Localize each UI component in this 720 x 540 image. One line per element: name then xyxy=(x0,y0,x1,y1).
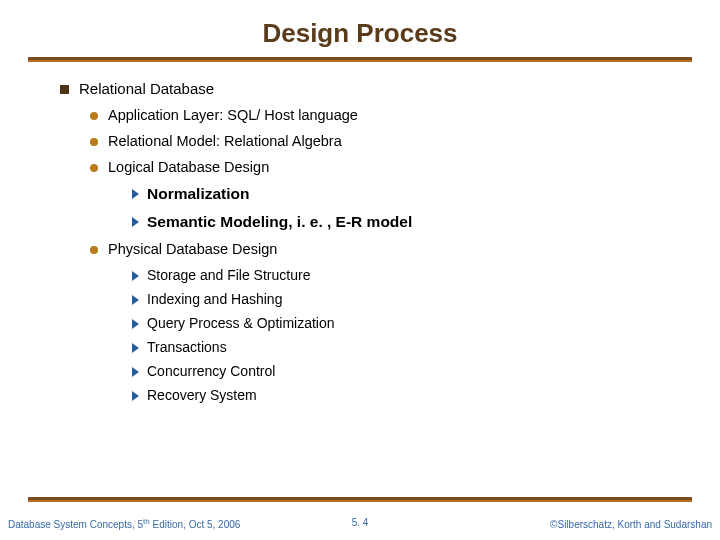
triangle-bullet-icon xyxy=(132,367,139,377)
lvl1-text: Relational Database xyxy=(79,80,214,97)
lvl2-text: Relational Model: Relational Algebra xyxy=(108,133,342,149)
footer-left-suffix: Edition, Oct 5, 2006 xyxy=(150,519,241,530)
bullet-lvl2: Physical Database Design xyxy=(90,241,708,257)
dot-bullet-icon xyxy=(90,112,98,120)
footer-left: Database System Concepts, 5th Edition, O… xyxy=(8,517,240,530)
dot-bullet-icon xyxy=(90,138,98,146)
dot-bullet-icon xyxy=(90,246,98,254)
lvl3-text: Storage and File Structure xyxy=(147,267,310,283)
dot-bullet-icon xyxy=(90,164,98,172)
bullet-lvl3: Concurrency Control xyxy=(132,363,708,379)
lvl3-text: Concurrency Control xyxy=(147,363,275,379)
bullet-lvl3: Storage and File Structure xyxy=(132,267,708,283)
content-area: Relational Database Application Layer: S… xyxy=(0,62,720,403)
lvl3-text: Transactions xyxy=(147,339,227,355)
footer-right: ©Silberschatz, Korth and Sudarshan xyxy=(550,519,712,530)
bullet-lvl2: Application Layer: SQL/ Host language xyxy=(90,107,708,123)
bullet-lvl3: Normalization xyxy=(132,185,708,203)
footer-center: 5. 4 xyxy=(352,517,369,528)
lvl3-text: Query Process & Optimization xyxy=(147,315,335,331)
bullet-lvl2: Logical Database Design xyxy=(90,159,708,175)
bullet-lvl3: Indexing and Hashing xyxy=(132,291,708,307)
lvl2-text: Physical Database Design xyxy=(108,241,277,257)
square-bullet-icon xyxy=(60,85,69,94)
triangle-bullet-icon xyxy=(132,295,139,305)
lvl3-text: Normalization xyxy=(147,185,249,203)
lvl3-text: Semantic Modeling, i. e. , E-R model xyxy=(147,213,412,231)
triangle-bullet-icon xyxy=(132,391,139,401)
triangle-bullet-icon xyxy=(132,189,139,199)
triangle-bullet-icon xyxy=(132,319,139,329)
divider-bottom xyxy=(28,497,692,502)
bullet-lvl3: Recovery System xyxy=(132,387,708,403)
lvl3-text: Recovery System xyxy=(147,387,257,403)
bullet-lvl2: Relational Model: Relational Algebra xyxy=(90,133,708,149)
bullet-lvl3: Query Process & Optimization xyxy=(132,315,708,331)
triangle-bullet-icon xyxy=(132,271,139,281)
bullet-lvl1: Relational Database xyxy=(60,80,708,97)
lvl2-text: Application Layer: SQL/ Host language xyxy=(108,107,358,123)
footer: Database System Concepts, 5th Edition, O… xyxy=(0,517,720,530)
slide: Design Process Relational Database Appli… xyxy=(0,0,720,540)
lvl2-text: Logical Database Design xyxy=(108,159,269,175)
bullet-lvl3: Transactions xyxy=(132,339,708,355)
slide-title: Design Process xyxy=(0,0,720,57)
bullet-lvl3: Semantic Modeling, i. e. , E-R model xyxy=(132,213,708,231)
triangle-bullet-icon xyxy=(132,343,139,353)
triangle-bullet-icon xyxy=(132,217,139,227)
lvl3-text: Indexing and Hashing xyxy=(147,291,282,307)
footer-left-sup: th xyxy=(143,517,150,526)
footer-left-prefix: Database System Concepts, 5 xyxy=(8,519,143,530)
